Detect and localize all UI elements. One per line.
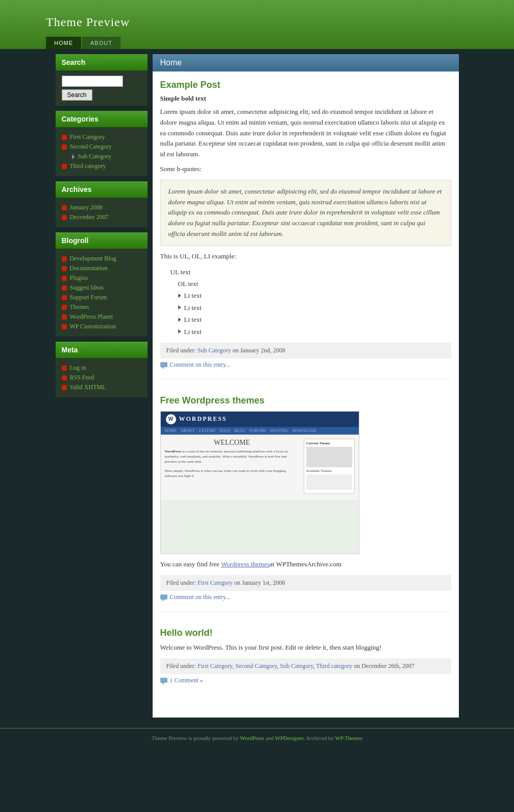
list-item: RSS Feed xyxy=(62,373,141,383)
search-input[interactable] xyxy=(62,76,123,87)
red-dot-icon xyxy=(62,295,67,300)
filed-date: on January 1st, 2008 xyxy=(234,579,285,586)
blogroll-link-docs[interactable]: Documentation xyxy=(70,265,108,272)
footer-link-wpdesigner[interactable]: WPDesigner. xyxy=(275,735,305,741)
list-item: Log in xyxy=(62,363,141,373)
blogroll-widget-title: Blogroll xyxy=(56,232,148,249)
category-link-first[interactable]: First Category xyxy=(70,133,105,141)
post-title-link-wpthemes[interactable]: Free Wordpress themes xyxy=(160,395,265,405)
post-title-link-example[interactable]: Example Post xyxy=(160,80,221,90)
list-item: Second Category xyxy=(62,142,141,152)
site-title: Theme Preview xyxy=(0,10,514,37)
list-item: Documentation xyxy=(62,264,141,273)
search-widget-content: Search xyxy=(56,70,148,106)
categories-widget-title: Categories xyxy=(56,111,148,127)
list-item: Third category xyxy=(62,161,141,171)
main-nav: HOME ABOUT xyxy=(0,37,514,49)
comment-link-text[interactable]: Comment on this entry... xyxy=(170,593,231,601)
arrow-right-icon xyxy=(72,154,75,159)
footer-text-pre: Theme Preview is proudly powered by xyxy=(152,735,239,741)
comment-link-text[interactable]: 1 Comment » xyxy=(170,677,203,684)
wp-desc: WordPress is a state-of-the-art semantic… xyxy=(165,449,300,464)
archive-link-jan[interactable]: January 2008 xyxy=(70,204,103,211)
wp-nav-download: DOWNLOAD xyxy=(292,428,316,433)
search-button[interactable]: Search xyxy=(62,89,92,101)
red-dot-icon xyxy=(62,385,67,390)
meta-link-login[interactable]: Log in xyxy=(70,364,86,372)
archives-list: January 2008 December 2007 xyxy=(62,203,141,222)
meta-link-rss[interactable]: RSS Feed xyxy=(70,374,94,381)
wp-theme-box: Current Theme Available Themes xyxy=(304,439,355,494)
li-item: Li text xyxy=(178,302,451,314)
filed-under-link[interactable]: First Category xyxy=(198,579,233,586)
category-link-sub[interactable]: Sub Category xyxy=(78,153,112,160)
red-dot-icon xyxy=(62,324,67,329)
site-footer: Theme Preview is proudly powered by Word… xyxy=(0,728,514,747)
filed-date: on December 26th, 2007 xyxy=(354,662,414,670)
archives-widget-content: January 2008 December 2007 xyxy=(56,198,148,227)
red-dot-icon xyxy=(62,276,67,281)
red-dot-icon xyxy=(62,315,67,320)
arrow-right-icon xyxy=(178,318,181,322)
red-dot-icon xyxy=(62,266,67,271)
wp-nav-docs: DOCS xyxy=(219,428,230,433)
meta-widget: Meta Log in RSS Feed Valid XHTML xyxy=(56,342,148,397)
li-item: Li text xyxy=(178,314,451,325)
archive-link-dec[interactable]: December 2007 xyxy=(70,213,109,221)
list-item: Themes xyxy=(62,302,141,312)
list-item: Suggest Ideas xyxy=(62,283,141,293)
list-item: First Category xyxy=(62,132,141,142)
filed-link-sub[interactable]: Sub Category xyxy=(280,662,313,670)
list-item: Plugins xyxy=(62,273,141,283)
wp-nav-hosting: HOSTING xyxy=(271,428,288,433)
archives-widget-title: Archives xyxy=(56,181,148,198)
blogroll-link-wpcustom[interactable]: WP Customization xyxy=(70,323,116,330)
nav-about[interactable]: ABOUT xyxy=(82,37,120,49)
list-item: Valid XHTML xyxy=(62,383,141,392)
filed-link-third[interactable]: Third category xyxy=(316,662,352,670)
wp-nav-bar: HOME ABOUT EXTEND DOCS BLOG FORUMS HOSTI… xyxy=(161,427,359,435)
comment-link-example: Comment on this entry... xyxy=(160,361,451,369)
wp-nav-home: HOME xyxy=(165,428,177,433)
list-item: Sub Category xyxy=(62,152,141,161)
comment-link-text[interactable]: Comment on this entry... xyxy=(170,361,231,369)
blogroll-link-plugins[interactable]: Plugins xyxy=(70,274,88,282)
wp-content-area: WELCOME WordPress is a state-of-the-art … xyxy=(161,435,359,500)
nav-home[interactable]: HOME xyxy=(46,37,81,49)
meta-list: Log in RSS Feed Valid XHTML xyxy=(62,363,141,392)
meta-widget-content: Log in RSS Feed Valid XHTML xyxy=(56,358,148,397)
filed-link-second[interactable]: Second Category xyxy=(235,662,277,670)
arrow-right-icon xyxy=(178,294,181,298)
filed-link-first[interactable]: First Category xyxy=(198,662,232,670)
blogroll-link-wpplanet[interactable]: WordPress Planet xyxy=(70,313,113,321)
wp-desc-more: More simply, WordPress is what you use w… xyxy=(165,469,300,479)
footer-link-wordpress[interactable]: WordPress xyxy=(240,735,264,741)
categories-list: First Category Second Category Sub Categ… xyxy=(62,132,141,171)
arrow-right-icon xyxy=(178,305,181,309)
category-link-third[interactable]: Third category xyxy=(70,162,106,170)
category-link-second[interactable]: Second Category xyxy=(70,143,112,151)
red-dot-icon xyxy=(62,366,67,371)
footer-link-wpthemes[interactable]: WP Themes xyxy=(335,735,362,741)
blogroll-link-suggest[interactable]: Suggest Ideas xyxy=(70,284,104,292)
wp-screenshot: W WORDPRESS HOME ABOUT EXTEND DOCS BLOG … xyxy=(160,411,359,554)
li-item: Li text xyxy=(178,290,451,301)
blogroll-link-devblog[interactable]: Development Blog xyxy=(70,255,116,262)
post-wp-themes: Free Wordpress themes W WORDPRESS HOME A… xyxy=(160,395,451,612)
list-item: WP Customization xyxy=(62,322,141,331)
wp-themes-body: You can easy find free Wordpress themesa… xyxy=(160,559,451,570)
filed-under-link[interactable]: Sub Category xyxy=(198,347,231,354)
wordpress-themes-link[interactable]: Wordpress themes xyxy=(221,560,270,568)
red-dot-icon xyxy=(62,164,67,169)
comment-icon xyxy=(160,362,167,367)
wp-nav-forums: FORUMS xyxy=(250,428,266,433)
post-subtitle: Simple bold text xyxy=(160,94,451,103)
blogroll-link-themes[interactable]: Themes xyxy=(70,303,89,311)
blogroll-link-support[interactable]: Support Forum xyxy=(70,294,107,301)
post-title-link-hello[interactable]: Hello world! xyxy=(160,628,213,638)
red-dot-icon xyxy=(62,375,67,380)
comment-link-wpthemes: Comment on this entry... xyxy=(160,593,451,601)
wp-logo-text: WORDPRESS xyxy=(179,415,227,423)
meta-link-xhtml[interactable]: Valid XHTML xyxy=(70,384,106,391)
content-header: Home xyxy=(153,54,459,71)
